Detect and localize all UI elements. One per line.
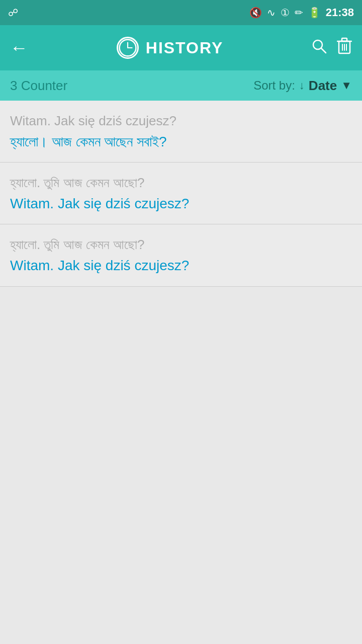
clock-svg-icon (118, 37, 137, 59)
trash-icon (337, 37, 352, 55)
counter-label: 3 Counter (10, 78, 67, 94)
history-list: Witam. Jak się dziś czujesz?হ্যালো। আজ ক… (0, 101, 362, 287)
signal-icon: ✏ (295, 7, 303, 19)
item-source-text: Witam. Jak się dziś czujesz? (10, 113, 352, 130)
item-source-text: হ্যালো. তুমি আজ কেমন আছো? (10, 175, 352, 192)
sort-by-label: Sort by: (253, 78, 295, 93)
app-header: ← HISTORY (0, 25, 362, 70)
gallery-icon: ☍ (8, 7, 18, 19)
svg-line-4 (321, 48, 326, 53)
battery-icon: 🔋 (308, 7, 321, 19)
header-title-group: HISTORY (36, 37, 304, 59)
item-source-text: হ্যালো. তুমি আজ কেমন আছো? (10, 236, 352, 254)
sort-controls[interactable]: Sort by: ↓ Date ▼ (253, 78, 352, 94)
item-translation-text: Witam. Jak się dziś czujesz? (10, 257, 352, 275)
header-actions (312, 37, 352, 59)
item-translation-text: হ্যালো। আজ কেমন আছেন সবাই? (10, 133, 352, 151)
mute-icon: 🔇 (249, 7, 262, 19)
status-time: 21:38 (326, 6, 354, 19)
item-translation-text: Witam. Jak się dziś czujesz? (10, 195, 352, 213)
svg-rect-7 (342, 38, 347, 41)
wifi-icon: ∿ (267, 7, 276, 19)
dropdown-arrow-icon[interactable]: ▼ (341, 79, 352, 92)
list-item[interactable]: Witam. Jak się dziś czujesz?হ্যালো। আজ ক… (0, 101, 362, 163)
back-button[interactable]: ← (10, 37, 28, 58)
sort-direction-icon: ↓ (299, 79, 305, 92)
delete-button[interactable] (337, 37, 352, 59)
list-item[interactable]: হ্যালো. তুমি আজ কেমন আছো?Witam. Jak się … (0, 224, 362, 286)
notification-badge: ① (281, 7, 290, 19)
status-bar: ☍ 🔇 ∿ ① ✏ 🔋 21:38 (0, 0, 362, 25)
list-item[interactable]: হ্যালো. তুমি আজ কেমন আছো?Witam. Jak się … (0, 163, 362, 224)
sort-bar: 3 Counter Sort by: ↓ Date ▼ (0, 70, 362, 101)
page-title: HISTORY (146, 39, 223, 57)
search-button[interactable] (312, 39, 327, 57)
sort-field-label: Date (309, 78, 337, 94)
clock-icon (117, 37, 139, 59)
search-icon (312, 39, 327, 54)
